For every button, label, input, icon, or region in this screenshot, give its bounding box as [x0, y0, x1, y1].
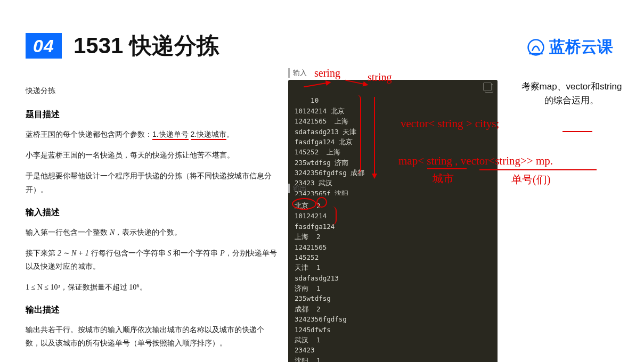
- annot-danhao: 单号(们): [511, 172, 550, 187]
- output-code: 北京 2 10124214 fasdfga124 上海 2 12421565 1…: [288, 195, 498, 362]
- in-p1-b: ，表示快递的个数。: [115, 228, 182, 236]
- svg-point-0: [528, 39, 544, 55]
- desc-p1-mid: [189, 130, 191, 138]
- arrow-down-icon: [374, 97, 375, 178]
- heading-description: 题目描述: [26, 107, 279, 122]
- problem-statement: 快递分拣 题目描述 蓝桥王国的每个快递都包含两个参数：1.快递单号 2.快递城市…: [26, 84, 279, 357]
- in-P: P: [220, 249, 225, 257]
- in-p1-a: 输入第一行包含一个整数: [26, 228, 110, 236]
- input-p3: 1 ≤ N ≤ 10³，保证数据量不超过 10⁶。: [26, 281, 279, 294]
- in-p2-a: 接下来第: [26, 249, 58, 257]
- problem-name: 快递分拣: [26, 84, 279, 97]
- logo-text: 蓝桥云课: [549, 36, 613, 58]
- slide-number: 04: [26, 33, 62, 59]
- output-text: 北京 2 10124214 fasdfga124 上海 2 12421565 1…: [295, 202, 347, 362]
- slide-title: 1531 快递分拣: [74, 31, 219, 61]
- in-p2-b: 行每行包含一个字符串: [89, 249, 168, 257]
- copy-icon[interactable]: [485, 84, 493, 93]
- heading-input: 输入描述: [26, 205, 279, 220]
- in-range: 2 ∼ N + 1: [58, 249, 89, 257]
- in-N: N: [110, 228, 115, 236]
- output-p1: 输出共若干行。按城市的输入顺序依次输出城市的名称以及城市的快递个数，以及该城市的…: [26, 323, 279, 350]
- underline-citys: [563, 131, 592, 132]
- in-p2-c: 和一个字符串: [171, 249, 220, 257]
- desc-p1-pre: 蓝桥王国的每个快递都包含两个参数：: [26, 130, 152, 138]
- desc-p1-u1: 1.快递单号: [152, 130, 189, 140]
- logo-icon: [527, 38, 545, 56]
- heading-output: 输出描述: [26, 302, 279, 318]
- desc-p1: 蓝桥王国的每个快递都包含两个参数：1.快递单号 2.快递城市。: [26, 128, 279, 141]
- output-label: 输出: [288, 184, 498, 193]
- side-note: 考察map、vector和string的综合运用。: [518, 80, 625, 108]
- input-p1: 输入第一行包含一个整数 N，表示快递的个数。: [26, 226, 279, 239]
- output-sample: 输出 北京 2 10124214 fasdfga124 上海 2 1242156…: [288, 184, 498, 362]
- input-p2: 接下来第 2 ∼ N + 1 行每行包含一个字符串 S 和一个字符串 P，分别快…: [26, 246, 279, 273]
- desc-p1-u2: 2.快递城市: [191, 130, 227, 140]
- desc-p1-post: 。: [226, 130, 234, 138]
- brand-logo: 蓝桥云课: [527, 36, 613, 58]
- input-label: 输入: [288, 68, 498, 78]
- desc-p2: 小李是蓝桥王国的一名快递员，每天的快递分拣让他苦不堪言。: [26, 149, 279, 162]
- desc-p3: 于是他想要你帮他设计一个程序用于快递的分拣（将不同快递按城市信息分开）。: [26, 169, 279, 196]
